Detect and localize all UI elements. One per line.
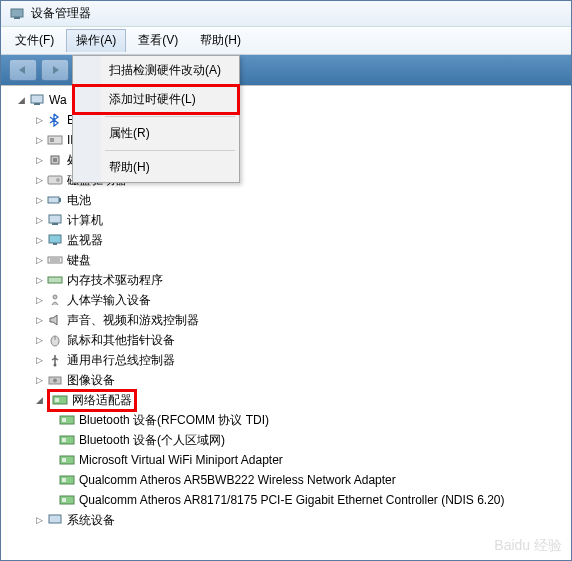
expand-icon[interactable]: ▷ xyxy=(33,234,45,246)
svg-point-9 xyxy=(56,178,60,182)
expand-icon[interactable]: ▷ xyxy=(33,514,45,526)
tree-label: Bluetooth 设备(RFCOMM 协议 TDI) xyxy=(79,412,269,429)
tree-item-memory[interactable]: ▷内存技术驱动程序 xyxy=(7,270,571,290)
svg-rect-10 xyxy=(48,197,59,203)
tree-item-net-adapter[interactable]: Microsoft Virtual WiFi Miniport Adapter xyxy=(7,450,571,470)
tree-label: 系统设备 xyxy=(67,512,115,529)
tree-label: 监视器 xyxy=(67,232,103,249)
tree-label: 内存技术驱动程序 xyxy=(67,272,163,289)
adapter-icon xyxy=(59,472,75,488)
tree-label: 电池 xyxy=(67,192,91,209)
menu-help[interactable]: 帮助(H) xyxy=(190,29,251,52)
tree-label: Microsoft Virtual WiFi Miniport Adapter xyxy=(79,453,283,467)
menu-add-legacy-hardware[interactable]: 添加过时硬件(L) xyxy=(73,85,239,114)
menu-scan-hardware[interactable]: 扫描检测硬件改动(A) xyxy=(73,56,239,85)
expand-icon[interactable]: ▷ xyxy=(33,374,45,386)
svg-rect-31 xyxy=(62,438,66,442)
system-icon xyxy=(47,512,63,528)
svg-rect-38 xyxy=(49,515,61,523)
svg-rect-14 xyxy=(49,235,61,243)
expand-icon[interactable]: ▷ xyxy=(33,114,45,126)
tree-item-net-adapter[interactable]: Bluetooth 设备(个人区域网) xyxy=(7,430,571,450)
computer-icon xyxy=(29,92,45,108)
expand-icon[interactable]: ▷ xyxy=(33,294,45,306)
battery-icon xyxy=(47,192,63,208)
svg-rect-0 xyxy=(11,9,23,17)
camera-icon xyxy=(47,372,63,388)
svg-rect-11 xyxy=(59,198,61,202)
tree-label: 鼠标和其他指针设备 xyxy=(67,332,175,349)
expand-icon[interactable]: ▷ xyxy=(33,334,45,346)
svg-rect-19 xyxy=(48,277,62,283)
action-menu-dropdown: 扫描检测硬件改动(A) 添加过时硬件(L) 属性(R) 帮助(H) xyxy=(72,55,240,183)
svg-point-25 xyxy=(53,379,57,383)
expand-icon[interactable]: ▷ xyxy=(33,274,45,286)
tree-label: 键盘 xyxy=(67,252,91,269)
collapse-icon[interactable]: ◢ xyxy=(33,394,45,406)
expand-icon[interactable]: ▷ xyxy=(33,314,45,326)
menu-view[interactable]: 查看(V) xyxy=(128,29,188,52)
expand-icon[interactable]: ▷ xyxy=(33,154,45,166)
expand-icon[interactable]: ▷ xyxy=(33,194,45,206)
tree-item-net-adapter[interactable]: Bluetooth 设备(RFCOMM 协议 TDI) xyxy=(7,410,571,430)
pc-icon xyxy=(47,212,63,228)
tree-label: 人体学输入设备 xyxy=(67,292,151,309)
menu-help[interactable]: 帮助(H) xyxy=(73,153,239,182)
expand-icon[interactable]: ▷ xyxy=(33,174,45,186)
svg-rect-7 xyxy=(53,158,57,162)
back-button[interactable] xyxy=(9,59,37,81)
ide-icon xyxy=(47,132,63,148)
tree-item-battery[interactable]: ▷电池 xyxy=(7,190,571,210)
tree-item-net-adapter[interactable]: Qualcomm Atheros AR5BWB222 Wireless Netw… xyxy=(7,470,571,490)
tree-item-sound[interactable]: ▷声音、视频和游戏控制器 xyxy=(7,310,571,330)
svg-point-23 xyxy=(54,364,57,367)
svg-point-20 xyxy=(53,295,57,299)
tree-item-hid[interactable]: ▷人体学输入设备 xyxy=(7,290,571,310)
tree-item-system[interactable]: ▷系统设备 xyxy=(7,510,571,530)
tree-item-monitor[interactable]: ▷监视器 xyxy=(7,230,571,250)
tree-label: 声音、视频和游戏控制器 xyxy=(67,312,199,329)
menu-file[interactable]: 文件(F) xyxy=(5,29,64,52)
titlebar: 设备管理器 xyxy=(1,1,571,27)
svg-rect-29 xyxy=(62,418,66,422)
tree-label: Qualcomm Atheros AR5BWB222 Wireless Netw… xyxy=(79,473,396,487)
menu-action[interactable]: 操作(A) xyxy=(66,29,126,52)
forward-button[interactable] xyxy=(41,59,69,81)
tree-label: 计算机 xyxy=(67,212,103,229)
svg-rect-37 xyxy=(62,498,66,502)
svg-rect-1 xyxy=(14,17,20,19)
adapter-icon xyxy=(59,452,75,468)
tree-item-computer[interactable]: ▷计算机 xyxy=(7,210,571,230)
collapse-icon[interactable]: ◢ xyxy=(15,94,27,106)
tree-item-imaging[interactable]: ▷图像设备 xyxy=(7,370,571,390)
expand-icon[interactable]: ▷ xyxy=(33,254,45,266)
tree-item-keyboard[interactable]: ▷键盘 xyxy=(7,250,571,270)
menu-separator xyxy=(105,116,235,117)
adapter-icon xyxy=(59,432,75,448)
keyboard-icon xyxy=(47,252,63,268)
tree-item-usb[interactable]: ▷通用串行总线控制器 xyxy=(7,350,571,370)
tree-item-mouse[interactable]: ▷鼠标和其他指针设备 xyxy=(7,330,571,350)
monitor-icon xyxy=(47,232,63,248)
tree-label: 网络适配器 xyxy=(72,392,132,409)
svg-rect-5 xyxy=(50,138,54,142)
app-icon xyxy=(9,6,25,22)
svg-rect-12 xyxy=(49,215,61,223)
adapter-icon xyxy=(59,412,75,428)
tree-label: Wa xyxy=(49,93,67,107)
svg-rect-15 xyxy=(53,243,57,245)
expand-icon[interactable]: ▷ xyxy=(33,354,45,366)
memory-icon xyxy=(47,272,63,288)
tree-item-net-adapter[interactable]: Qualcomm Atheros AR8171/8175 PCI-E Gigab… xyxy=(7,490,571,510)
expand-icon[interactable]: ▷ xyxy=(33,214,45,226)
svg-rect-16 xyxy=(48,257,62,263)
svg-rect-13 xyxy=(52,223,58,225)
svg-rect-33 xyxy=(62,458,66,462)
menu-properties[interactable]: 属性(R) xyxy=(73,119,239,148)
cpu-icon xyxy=(47,152,63,168)
tree-item-network[interactable]: ◢ 网络适配器 xyxy=(7,390,571,410)
mouse-icon xyxy=(47,332,63,348)
svg-rect-3 xyxy=(34,103,40,105)
expand-icon[interactable]: ▷ xyxy=(33,134,45,146)
tree-label: Qualcomm Atheros AR8171/8175 PCI-E Gigab… xyxy=(79,493,505,507)
